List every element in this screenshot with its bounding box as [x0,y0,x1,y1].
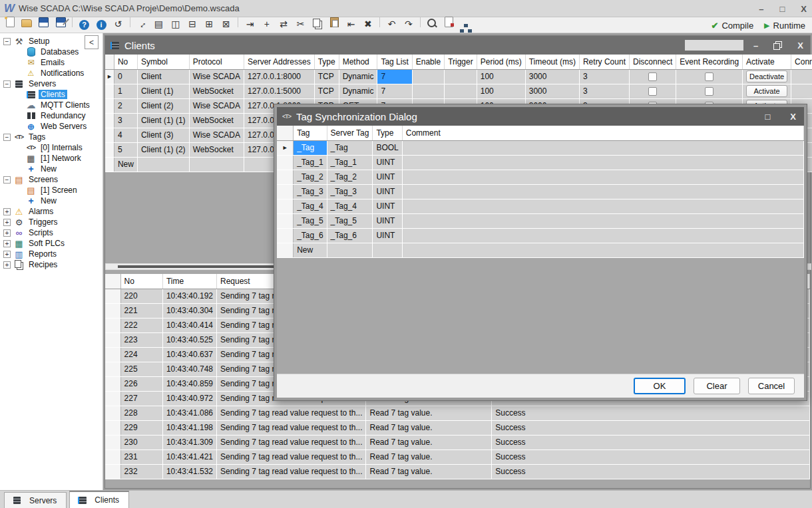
dlg-col-tag[interactable]: Tag [294,126,327,140]
tree-expander-icon[interactable]: + [3,251,11,258]
tree-expander-icon[interactable]: + [3,240,11,247]
tree-expander-icon[interactable]: − [3,38,11,45]
disconnect-checkbox[interactable] [648,87,657,96]
dock-icon[interactable] [243,17,258,31]
paste-icon[interactable] [327,16,341,29]
tag-row[interactable]: _Tag_3 _Tag_3 UINT [277,184,804,199]
sidebar-item-emails[interactable]: Emails [0,57,102,68]
child-restore-button[interactable] [775,41,780,50]
log-col-no[interactable]: No [120,274,162,289]
sidebar-item-notifications[interactable]: Notifications [0,68,102,78]
sidebar-item-soft-plcs[interactable]: + Soft PLCs [0,238,102,249]
save-edit-icon[interactable] [53,16,68,29]
tree-expander-icon[interactable]: + [3,261,11,269]
history-icon[interactable] [110,17,125,31]
insert-icon[interactable] [344,17,359,31]
event-recording-checkbox[interactable] [705,87,713,96]
dialog-close-button[interactable]: X [790,112,796,122]
log-col-time[interactable]: Time [162,274,216,289]
close-button[interactable]: X [801,4,807,14]
sidebar-item-new-screen[interactable]: New [0,195,102,206]
client-row[interactable]: ► 0 Client Wise SCADA 127.0.0.1:8000 TCP… [105,69,812,84]
tag-row[interactable]: _Tag_1 _Tag_1 UINT [277,155,804,170]
link-tags-icon[interactable] [276,17,291,31]
tile-horizontal-icon[interactable] [151,17,166,31]
dlg-col-comment[interactable]: Comment [402,126,803,140]
col-timeout[interactable]: Timeout (ms) [525,55,579,69]
compile-button[interactable]: ✔ Compile [711,21,754,31]
sidebar-item-recipes[interactable]: + Recipes [0,259,102,270]
dlg-col-server-tag[interactable]: Server Tag [327,126,373,140]
minimize-button[interactable]: – [759,4,763,14]
col-type[interactable]: Type [314,55,339,69]
col-tag-list[interactable]: Tag List [377,55,412,69]
col-symbol[interactable]: Symbol [137,55,189,69]
col-period[interactable]: Period (ms) [477,55,525,69]
tag-row[interactable]: _Tag_5 _Tag_5 UINT [277,213,804,228]
toolbar-separator[interactable] [418,15,423,29]
save-icon[interactable] [37,16,51,29]
tag-list-cell[interactable]: 7 [377,84,412,98]
client-row[interactable]: 1 Client (1) WebSocket 127.0.0.1:5000 TC… [105,84,812,98]
event-recording-checkbox[interactable] [705,72,713,81]
col-connection[interactable]: Conne [791,55,812,69]
col-retry-count[interactable]: Retry Count [579,55,629,69]
dlg-col-type[interactable]: Type [373,126,402,140]
sidebar-item-tags[interactable]: − Tags [0,132,102,142]
col-activate[interactable]: Activate [743,55,791,69]
cancel-button[interactable]: Cancel [748,378,795,394]
child-minimize-button[interactable]: – [753,41,758,51]
tile-grid-icon[interactable] [202,17,216,31]
sidebar-item-alarms[interactable]: + Alarms [0,206,102,217]
disconnect-checkbox[interactable] [648,72,657,81]
runtime-button[interactable]: ▶ Runtime [764,21,805,31]
toolbar-separator[interactable] [377,15,382,29]
close-windows-icon[interactable] [219,17,234,31]
new-row-label[interactable]: New [294,243,327,257]
log-row[interactable]: 229 10:43:41.198 Sending 7 tag read valu… [105,420,810,435]
log-row[interactable]: 232 10:43:41.532 Sending 7 tag read valu… [105,464,810,479]
toolbar-separator[interactable] [128,15,132,29]
sidebar-item-internals[interactable]: [0] Internals [0,142,102,153]
add-item-icon[interactable] [260,17,274,31]
sidebar-item-redundancy[interactable]: Redundancy [0,110,102,121]
tag-row[interactable]: _Tag_6 _Tag_6 UINT [277,228,804,243]
col-server-addresses[interactable]: Server Addresses [244,55,314,69]
tag-row[interactable]: ► _Tag _Tag BOOL [277,140,804,155]
undo-icon[interactable] [385,17,399,31]
new-file-icon[interactable] [3,15,17,29]
sidebar-item-web-servers[interactable]: Web Servers [0,121,102,132]
activate-button[interactable]: Activate [746,85,787,97]
col-trigger[interactable]: Trigger [445,55,477,69]
open-folder-icon[interactable] [19,17,34,30]
tree-expander-icon[interactable]: + [3,219,11,226]
maximize-button[interactable]: □ [779,4,785,14]
new-tag-row[interactable]: New [277,243,804,257]
tile-vertical-icon[interactable] [168,17,183,31]
col-protocol[interactable]: Protocol [189,55,244,69]
sidebar-item-network[interactable]: [1] Network [0,153,102,164]
split-horizontal-icon[interactable] [185,17,200,31]
log-row[interactable]: 231 10:43:41.421 Sending 7 tag read valu… [105,449,810,464]
search-icon[interactable] [425,17,440,31]
clear-button[interactable]: Clear [694,378,740,394]
page-edit-icon[interactable] [442,15,457,29]
ok-button[interactable]: OK [634,378,686,394]
help-icon[interactable] [77,18,92,31]
sidebar-item-clients[interactable]: Clients [0,89,102,100]
delete-icon[interactable] [361,17,375,31]
sidebar-item-servers[interactable]: − Servers [0,78,102,89]
tag-row[interactable]: _Tag_2 _Tag_2 UINT [277,170,804,184]
tree-expander-icon[interactable]: + [3,208,11,215]
sidebar-item-screens[interactable]: − Screens [0,174,102,185]
sidebar-collapse-button[interactable]: < [85,35,99,49]
tag-row[interactable]: _Tag_4 _Tag_4 UINT [277,199,804,213]
tag-list-cell[interactable]: 7 [377,69,412,84]
new-row-label[interactable]: New [114,157,137,172]
sidebar-item-triggers[interactable]: + Triggers [0,217,102,227]
tree-expander-icon[interactable]: + [3,229,11,237]
info-icon[interactable] [94,18,108,31]
log-row[interactable]: 228 10:43:41.086 Sending 7 tag read valu… [105,406,810,420]
sidebar-item-new-tag[interactable]: New [0,164,102,174]
col-enable[interactable]: Enable [412,55,444,69]
